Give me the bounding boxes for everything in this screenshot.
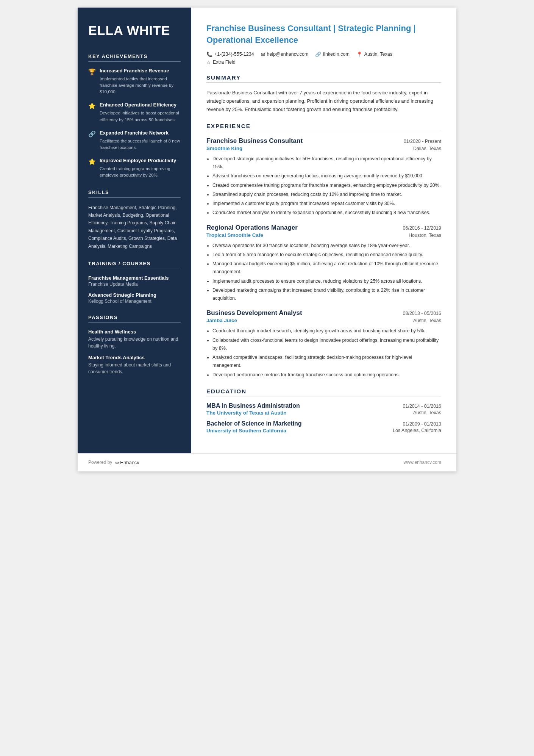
education-section-title: EDUCATION bbox=[206, 388, 441, 394]
education-list: MBA in Business Administration 01/2014 -… bbox=[206, 402, 441, 434]
education-item: Bachelor of Science in Marketing 01/2009… bbox=[206, 420, 441, 434]
exp-location: Houston, Texas bbox=[409, 233, 441, 238]
achievement-desc: Created training programs improving empl… bbox=[100, 166, 181, 179]
candidate-headline: Franchise Business Consultant | Strategi… bbox=[206, 23, 441, 46]
passion-title: Health and Wellness bbox=[88, 329, 181, 335]
bullet-item: Conducted thorough market research, iden… bbox=[212, 327, 441, 335]
exp-bullets: Oversaw operations for 30 franchise loca… bbox=[206, 242, 441, 303]
main-content: Franchise Business Consultant | Strategi… bbox=[191, 8, 456, 453]
passions-list: Health and Wellness Actively pursuing kn… bbox=[88, 329, 181, 375]
candidate-name: ELLA WHITE bbox=[88, 23, 181, 38]
training-item: Franchise Management Essentials Franchis… bbox=[88, 275, 181, 287]
contact-row: 📞 +1-(234)-555-1234 ✉ help@enhancv.com 🔗… bbox=[206, 52, 441, 57]
bullet-item: Created comprehensive training programs … bbox=[212, 182, 441, 189]
passion-desc: Staying informed about market shifts and… bbox=[88, 362, 181, 375]
edu-degree: MBA in Business Administration bbox=[206, 402, 300, 409]
bullet-item: Led a team of 5 area managers to execute… bbox=[212, 251, 441, 259]
edu-location: Austin, Texas bbox=[413, 410, 441, 415]
course-title: Franchise Management Essentials bbox=[88, 275, 181, 281]
achievement-item: 🏆 Increased Franchise Revenue Implemente… bbox=[88, 68, 181, 95]
bullet-item: Developed marketing campaigns that incre… bbox=[212, 286, 441, 303]
phone-icon: 📞 bbox=[206, 52, 212, 57]
experience-list: Franchise Business Consultant 01/2020 - … bbox=[206, 137, 441, 379]
experience-divider bbox=[206, 131, 441, 131]
course-org: Kellogg School of Management bbox=[88, 299, 181, 304]
achievement-icon: 🏆 bbox=[88, 68, 96, 75]
skills-section-title: SKILLS bbox=[88, 189, 181, 198]
footer-left: Powered by ∞ Enhancv bbox=[88, 460, 139, 465]
exp-title: Regional Operations Manager bbox=[206, 224, 298, 232]
training-section-title: TRAINING / COURSES bbox=[88, 261, 181, 269]
bullet-item: Conducted market analysis to identify ex… bbox=[212, 209, 441, 217]
education-item: MBA in Business Administration 01/2014 -… bbox=[206, 402, 441, 416]
passion-item: Market Trends Analytics Staying informed… bbox=[88, 355, 181, 375]
exp-bullets: Developed strategic planning initiatives… bbox=[206, 155, 441, 217]
edu-date: 01/2009 - 01/2013 bbox=[403, 421, 441, 427]
achievement-item: ⭐ Enhanced Operational Efficiency Develo… bbox=[88, 102, 181, 123]
bullet-item: Managed annual budgets exceeding $5 mill… bbox=[212, 260, 441, 276]
location-icon: 📍 bbox=[356, 52, 362, 57]
course-org: Franchise Update Media bbox=[88, 282, 181, 287]
edu-location: Los Angeles, California bbox=[393, 428, 441, 433]
achievement-title: Expanded Franchise Network bbox=[100, 130, 181, 136]
linkedin-icon: 🔗 bbox=[315, 52, 321, 57]
footer: Powered by ∞ Enhancv www.enhancv.com bbox=[78, 453, 456, 471]
summary-text: Passionate Business Consultant with over… bbox=[206, 89, 441, 114]
skills-text: Franchise Management, Strategic Planning… bbox=[88, 204, 181, 250]
education-divider bbox=[206, 396, 441, 396]
edu-degree: Bachelor of Science in Marketing bbox=[206, 420, 302, 427]
bullet-item: Collaborated with cross-functional teams… bbox=[212, 337, 441, 353]
exp-title: Franchise Business Consultant bbox=[206, 137, 303, 145]
edu-school: The University of Texas at Austin bbox=[206, 410, 287, 416]
edu-school: University of Southern California bbox=[206, 428, 286, 434]
summary-section-title: SUMMARY bbox=[206, 74, 441, 81]
footer-website: www.enhancv.com bbox=[404, 460, 441, 465]
achievement-item: 🔗 Expanded Franchise Network Facilitated… bbox=[88, 130, 181, 151]
edu-date: 01/2014 - 01/2016 bbox=[403, 404, 441, 409]
contact-linkedin: 🔗 linkedin.com bbox=[315, 52, 349, 57]
exp-date: 01/2020 - Present bbox=[404, 139, 441, 144]
achievement-icon: 🔗 bbox=[88, 130, 96, 138]
exp-location: Austin, Texas bbox=[413, 318, 441, 323]
exp-date: 06/2016 - 12/2019 bbox=[403, 225, 441, 231]
powered-by-text: Powered by bbox=[88, 460, 112, 465]
bullet-item: Advised franchisees on revenue-generatin… bbox=[212, 172, 441, 180]
exp-location: Dallas, Texas bbox=[413, 146, 441, 151]
extra-field: ☆ Extra Field bbox=[206, 59, 441, 65]
exp-title: Business Development Analyst bbox=[206, 309, 302, 317]
exp-company: Smoothie King bbox=[206, 146, 242, 151]
achievement-desc: Facilitated the successful launch of 8 n… bbox=[100, 138, 181, 151]
experience-item: Regional Operations Manager 06/2016 - 12… bbox=[206, 224, 441, 303]
bullet-item: Oversaw operations for 30 franchise loca… bbox=[212, 242, 441, 250]
passions-section-title: PASSIONS bbox=[88, 315, 181, 323]
exp-date: 08/2013 - 05/2016 bbox=[403, 311, 441, 316]
passion-item: Health and Wellness Actively pursuing kn… bbox=[88, 329, 181, 349]
achievements-list: 🏆 Increased Franchise Revenue Implemente… bbox=[88, 68, 181, 179]
achievement-title: Improved Employee Productivity bbox=[100, 158, 181, 164]
contact-phone: 📞 +1-(234)-555-1234 bbox=[206, 52, 254, 57]
training-item: Advanced Strategic Planning Kellogg Scho… bbox=[88, 292, 181, 304]
achievements-section-title: KEY ACHIEVEMENTS bbox=[88, 53, 181, 62]
email-icon: ✉ bbox=[261, 52, 265, 57]
brand-logo: ∞ Enhancv bbox=[115, 460, 139, 465]
achievement-desc: Implemented tactics that increased franc… bbox=[100, 76, 181, 95]
star-icon: ☆ bbox=[206, 59, 211, 65]
bullet-item: Developed strategic planning initiatives… bbox=[212, 155, 441, 171]
training-list: Franchise Management Essentials Franchis… bbox=[88, 275, 181, 304]
bullet-item: Implemented a customer loyalty program t… bbox=[212, 200, 441, 208]
exp-bullets: Conducted thorough market research, iden… bbox=[206, 327, 441, 379]
bullet-item: Analyzed competitive landscapes, facilit… bbox=[212, 354, 441, 370]
passion-title: Market Trends Analytics bbox=[88, 355, 181, 360]
achievement-icon: ⭐ bbox=[88, 158, 96, 165]
sidebar: ELLA WHITE KEY ACHIEVEMENTS 🏆 Increased … bbox=[78, 8, 191, 453]
contact-email: ✉ help@enhancv.com bbox=[261, 52, 309, 57]
passion-desc: Actively pursuing knowledge on nutrition… bbox=[88, 336, 181, 349]
contact-location: 📍 Austin, Texas bbox=[356, 52, 392, 57]
achievement-title: Enhanced Operational Efficiency bbox=[100, 102, 181, 108]
course-title: Advanced Strategic Planning bbox=[88, 292, 181, 298]
achievement-item: ⭐ Improved Employee Productivity Created… bbox=[88, 158, 181, 178]
achievement-desc: Developed initiatives to boost operation… bbox=[100, 110, 181, 123]
bullet-item: Implemented audit processes to ensure co… bbox=[212, 277, 441, 285]
exp-company: Tropical Smoothie Cafe bbox=[206, 232, 263, 238]
experience-section-title: EXPERIENCE bbox=[206, 123, 441, 129]
